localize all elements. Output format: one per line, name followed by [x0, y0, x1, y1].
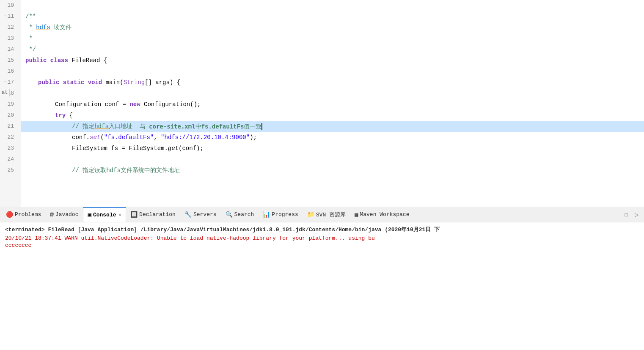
code-line-15: public class FileRead {	[21, 55, 644, 66]
line-num-17: −17	[3, 77, 17, 88]
tab-console[interactable]: ▣ Console ✕	[83, 207, 126, 222]
line-num-13: 13	[3, 33, 17, 44]
tab-svn[interactable]: 📁 SVN 资源库	[303, 207, 350, 222]
code-line-13: *	[21, 33, 644, 44]
line-num-21: 21	[3, 121, 17, 132]
code-line-18	[21, 88, 644, 99]
panel-buttons: □ ▷	[622, 211, 642, 219]
javadoc-icon: @	[50, 211, 53, 218]
line-num-12: 12	[3, 22, 17, 33]
code-line-16	[21, 66, 644, 77]
minimize-button[interactable]: □	[622, 211, 630, 219]
line-num-24: 24	[3, 154, 17, 165]
line-num-20: 20	[3, 110, 17, 121]
code-line-11: /**	[21, 11, 644, 22]
maximize-button[interactable]: ▷	[632, 211, 641, 219]
console-icon: ▣	[88, 211, 91, 219]
code-line-17: public static void main(String[] args) {	[21, 77, 644, 88]
bottom-panel: 🔴 Problems @ Javadoc ▣ Console ✕ 🔲 Decla…	[0, 207, 644, 350]
code-line-10	[21, 0, 644, 11]
code-editor: at 10 −11 12 13 14 15 16 −17 18 19 20 21…	[0, 0, 644, 207]
console-output-area: <terminated> FileRead [Java Application]…	[0, 222, 644, 350]
tab-declaration-label: Declaration	[139, 211, 176, 218]
svn-icon: 📁	[307, 211, 314, 218]
tab-problems-label: Problems	[15, 211, 41, 218]
terminated-text: <terminated> FileRead [Java Application]…	[5, 227, 440, 233]
tab-progress[interactable]: 📊 Progress	[259, 207, 303, 222]
code-line-24	[21, 154, 644, 165]
tab-maven[interactable]: ▦ Maven Workspace	[350, 207, 414, 222]
tab-search-label: Search	[234, 211, 254, 218]
line-num-15: 15	[3, 55, 17, 66]
console-warn-line: 20/10/21 18:37:41 WARN util.NativeCodeLo…	[5, 235, 639, 241]
tab-servers-label: Servers	[193, 211, 217, 218]
tab-svn-label: SVN 资源库	[316, 211, 346, 219]
line-num-10: 10	[3, 0, 17, 11]
gutter-label: at	[0, 89, 10, 96]
tab-javadoc[interactable]: @ Javadoc	[46, 207, 83, 222]
code-line-14: */	[21, 44, 644, 55]
servers-icon: 🔧	[184, 211, 192, 218]
search-icon: 🔍	[226, 211, 233, 218]
line-num-14: 14	[3, 44, 17, 55]
tab-console-label: Console	[93, 212, 116, 218]
code-line-25: // 指定读取hdfs文件系统中的文件地址	[21, 165, 644, 176]
problems-icon: 🔴	[6, 211, 13, 218]
progress-icon: 📊	[263, 211, 270, 218]
maven-icon: ▦	[355, 211, 358, 218]
tab-declaration[interactable]: 🔲 Declaration	[126, 207, 180, 222]
tab-progress-label: Progress	[272, 211, 298, 218]
code-line-12: * hdfs 读文件	[21, 22, 644, 33]
line-num-22: 22	[3, 132, 17, 143]
tab-search[interactable]: 🔍 Search	[221, 207, 259, 222]
line-num-23: 23	[3, 143, 17, 154]
line-num-25: 25	[3, 165, 17, 176]
tab-javadoc-label: Javadoc	[55, 211, 79, 218]
code-line-23: FileSystem fs = FileSystem.get(conf);	[21, 143, 644, 154]
line-num-19: 19	[3, 99, 17, 110]
line-num-16: 16	[3, 66, 17, 77]
console-terminated-line: <terminated> FileRead [Java Application]…	[5, 226, 639, 233]
tab-maven-label: Maven Workspace	[360, 211, 409, 218]
code-line-20: try {	[21, 110, 644, 121]
line-num-11: −11	[3, 11, 17, 22]
console-output-line: cccccccc	[5, 242, 639, 249]
code-line-21: // 指定hdfs入口地址 与 core-site.xml中fs.default…	[21, 121, 644, 132]
tab-bar: 🔴 Problems @ Javadoc ▣ Console ✕ 🔲 Decla…	[0, 207, 644, 222]
code-line-19: Configuration conf = new Configuration()…	[21, 99, 644, 110]
declaration-icon: 🔲	[130, 211, 138, 218]
code-line-22: conf.set("fs.defaultFs", "hdfs://172.20.…	[21, 132, 644, 143]
code-content[interactable]: /** * hdfs 读文件 * */ public class FileRea…	[21, 0, 644, 207]
tab-servers[interactable]: 🔧 Servers	[180, 207, 221, 222]
line-numbers: 10 −11 12 13 14 15 16 −17 18 19 20 21 22…	[0, 0, 21, 207]
tab-problems[interactable]: 🔴 Problems	[2, 207, 46, 222]
console-close-icon[interactable]: ✕	[118, 212, 121, 218]
